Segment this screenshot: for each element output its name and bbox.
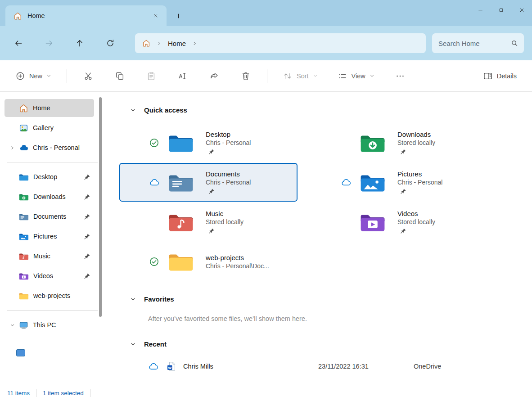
collapse-recent-button[interactable] [130,341,136,347]
pin-icon [84,233,90,240]
videos-folder-icon [360,211,386,233]
toolbar-separator [67,69,67,83]
documents-folder-icon [19,212,29,221]
window-controls [470,0,532,20]
recent-file-row-partial[interactable] [119,383,532,385]
sidebar-separator [7,310,98,311]
tab-home[interactable]: Home [5,5,167,26]
sidebar-item-pictures[interactable]: Pictures [5,227,94,245]
up-button[interactable] [71,35,88,52]
section-title: Favorites [144,295,174,303]
new-tab-button[interactable] [171,9,185,23]
rename-icon [178,71,188,81]
forward-button[interactable] [41,35,58,52]
plus-circle-icon [15,71,25,81]
documents-folder-icon [168,171,194,193]
file-explorer-window: Home Home New [0,0,532,401]
copy-button[interactable] [109,66,130,86]
share-button[interactable] [204,66,225,86]
file-tile-music[interactable]: Music Stored locally [119,203,298,241]
file-tile-downloads[interactable]: Downloads Stored locally [311,123,489,162]
music-folder-icon [19,252,29,261]
pin-icon [84,174,90,180]
file-tile-desktop[interactable]: Desktop Chris - Personal [119,123,298,162]
rename-button[interactable] [172,66,193,86]
delete-button[interactable] [235,66,256,86]
desktop-folder-icon [168,132,194,153]
sidebar-item-gallery[interactable]: Gallery [5,119,94,137]
selection-count: 1 item selected [43,390,84,396]
collapse-quick-access-button[interactable] [130,107,136,113]
paste-button[interactable] [141,66,162,86]
collapse-favorites-button[interactable] [130,296,136,302]
details-button[interactable]: Details [478,66,521,86]
file-tile-pictures[interactable]: Pictures Chris - Personal [311,163,489,202]
search-input[interactable] [437,39,507,48]
sidebar-item-home[interactable]: Home [5,99,94,117]
back-button[interactable] [10,35,27,52]
statusbar-divider [36,389,36,397]
clipboard-icon [146,71,156,81]
file-tile-videos[interactable]: Videos Stored locally [311,203,489,241]
pictures-folder-icon [360,171,386,193]
arrow-right-icon [45,39,54,48]
close-icon [519,7,525,13]
view-button[interactable]: View [333,66,379,86]
recent-file-row[interactable]: Chris Mills 23/11/2022 16:31 OneDrive [119,356,532,376]
home-icon [14,12,22,20]
sort-button[interactable]: Sort [278,66,322,86]
sync-complete-icon [149,257,159,267]
search-icon[interactable] [510,39,518,47]
copy-icon [115,71,125,81]
breadcrumb-segment-home[interactable]: Home [168,40,186,47]
chevron-down-icon [130,296,136,302]
more-options-button[interactable] [390,66,410,86]
home-icon [142,39,150,47]
desktop-folder-icon [19,173,29,181]
sidebar-item-desktop[interactable]: Desktop [5,168,94,186]
arrow-up-icon [75,39,84,48]
item-count: 11 items [7,390,30,396]
section-title: Quick access [144,106,187,114]
pin-icon [84,194,90,200]
cloud-status-icon [341,177,351,188]
scissors-icon [83,71,93,81]
sidebar-item-music[interactable]: Music [5,247,94,265]
refresh-button[interactable] [102,35,119,52]
pin-icon [84,253,90,260]
sidebar-item-downloads[interactable]: Downloads [5,188,94,206]
sidebar-item-this-pc[interactable]: This PC [5,316,94,334]
cut-button[interactable] [78,66,99,86]
address-bar[interactable]: Home [135,33,426,53]
chevron-down-icon [313,73,318,78]
folder-icon [19,292,29,300]
pin-icon [208,228,215,234]
minimize-icon [478,7,483,13]
navigation-pane: Home Gallery Chris - Personal Desktop [0,92,106,385]
close-window-button[interactable] [511,0,532,20]
word-document-icon [166,361,177,372]
ellipsis-icon [395,71,405,81]
sync-complete-icon [149,138,159,148]
new-button[interactable]: New [11,66,56,86]
navigation-bar: Home [0,26,532,60]
sort-arrows-icon [283,71,293,81]
sidebar-scrollbar[interactable] [99,97,102,317]
sidebar-item-documents[interactable]: Documents [5,207,94,225]
pin-icon [208,149,215,155]
details-pane-icon [483,71,493,81]
file-tile-documents-selected[interactable]: Documents Chris - Personal [119,163,298,202]
view-button-label: View [352,72,365,80]
file-tile-web-projects[interactable]: web-projects Chris - Personal\Doc... [119,242,298,281]
toolbar-separator [267,69,267,83]
sidebar-item-onedrive-personal[interactable]: Chris - Personal [5,139,94,157]
sidebar-item-videos[interactable]: Videos [5,267,94,285]
cloud-status-icon [149,177,159,188]
minimize-button[interactable] [470,0,491,20]
pin-icon [84,213,90,220]
search-box [432,33,524,53]
sidebar-item-web-projects[interactable]: web-projects [5,287,94,305]
tab-close-button[interactable] [149,9,162,22]
chevron-down-icon [10,323,15,328]
maximize-button[interactable] [491,0,511,20]
